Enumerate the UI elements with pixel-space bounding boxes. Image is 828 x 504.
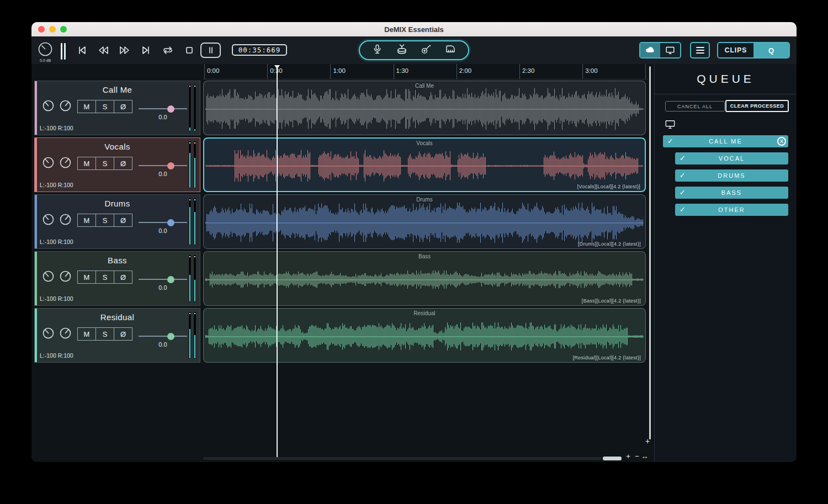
pan-right-knob[interactable] (59, 270, 72, 283)
microphone-icon[interactable] (371, 43, 384, 58)
track-header[interactable]: Call Me M S Ø 0.0 L:-100 R:100 (34, 81, 200, 135)
volume-slider[interactable] (139, 105, 187, 113)
ruler-tick: 3 (645, 64, 646, 79)
volume-slider[interactable] (139, 333, 187, 340)
clip-label: Drums (204, 197, 645, 203)
pan-left-knob[interactable] (42, 156, 55, 169)
playhead[interactable] (277, 65, 278, 457)
waveform-canvas (204, 252, 645, 305)
level-meters (188, 141, 197, 189)
rewind-button[interactable] (93, 43, 113, 58)
pan-left-knob[interactable] (42, 213, 55, 226)
track-header[interactable]: Vocals M S Ø 0.0 L:-100 R:100 (34, 137, 200, 192)
zoom-out-button[interactable]: − (633, 452, 641, 460)
remove-job-button[interactable]: X (777, 137, 786, 146)
volume-slider-thumb[interactable] (167, 219, 174, 226)
mute-button[interactable]: M (77, 157, 96, 170)
mute-button[interactable]: M (77, 327, 96, 341)
stop-button[interactable] (179, 43, 199, 58)
queue-job-item[interactable]: ✓ CALL ME X (663, 135, 788, 147)
pan-left-knob[interactable] (42, 99, 55, 112)
window-title: DeMIX Essentials (31, 25, 797, 34)
pause-button[interactable] (200, 43, 221, 58)
mute-button[interactable]: M (77, 270, 96, 284)
meter-left (188, 84, 192, 132)
solo-button[interactable]: S (95, 157, 114, 170)
vertical-zoom-button[interactable]: + (645, 437, 650, 445)
pan-right-knob[interactable] (59, 156, 72, 169)
pan-range-label: L:-100 R:100 (40, 125, 73, 131)
clips-tab[interactable]: CLIPS (718, 43, 753, 57)
phase-button[interactable]: Ø (114, 270, 132, 284)
clip-label: Call Me (204, 83, 645, 89)
vertical-scrollbar[interactable] (649, 66, 651, 439)
cancel-all-button[interactable]: CANCEL ALL (665, 101, 725, 112)
volume-slider-thumb[interactable] (167, 333, 174, 340)
pan-right-knob[interactable] (59, 99, 72, 112)
waveform-clip[interactable]: Vocals [Vocals][Local][4.2 (latest)] (203, 137, 646, 192)
volume-slider-thumb[interactable] (167, 162, 174, 169)
waveform-clip[interactable]: Drums [Drums][Local][4.2 (latest)] (203, 194, 646, 249)
volume-slider[interactable] (139, 276, 187, 283)
volume-slider-thumb[interactable] (167, 105, 174, 113)
guitar-icon[interactable] (420, 43, 432, 58)
volume-slider-thumb[interactable] (167, 276, 174, 283)
track-name: Drums (35, 199, 200, 208)
menu-button[interactable] (690, 42, 710, 59)
track-header[interactable]: Residual M S Ø 0.0 L:-100 R:100 (34, 308, 200, 363)
track-header[interactable]: Drums M S Ø 0.0 L:-100 R:100 (34, 194, 200, 249)
ruler-tick: 2:30 (519, 64, 520, 79)
skip-end-button[interactable] (136, 43, 156, 58)
queue-stem-item[interactable]: ✓ OTHER (675, 204, 788, 216)
drums-icon[interactable] (395, 43, 408, 58)
main-area: 0:000:301:001:302:002:303:003 Call Me M … (31, 64, 797, 462)
queue-stem-item[interactable]: ✓ VOCAL (675, 152, 788, 165)
pan-right-knob[interactable] (59, 213, 72, 226)
pan-right-knob[interactable] (59, 327, 72, 339)
pan-left-knob[interactable] (42, 327, 55, 339)
pan-left-knob[interactable] (42, 270, 55, 283)
queue-stem-label: OTHER (675, 204, 788, 216)
volume-slider[interactable] (139, 162, 187, 169)
phase-button[interactable]: Ø (114, 214, 132, 227)
track-header[interactable]: Bass M S Ø 0.0 L:-100 R:100 (34, 251, 200, 306)
cloud-button[interactable] (640, 43, 660, 57)
queue-tab[interactable]: Q (753, 43, 789, 57)
master-gain-knob[interactable] (38, 41, 53, 59)
phase-button[interactable]: Ø (114, 100, 132, 113)
phase-button[interactable]: Ø (114, 157, 132, 170)
minimize-button[interactable] (49, 26, 56, 33)
horizontal-scrollbar-track[interactable] (203, 457, 602, 460)
mute-button[interactable]: M (77, 100, 96, 113)
fast-forward-button[interactable] (114, 43, 135, 58)
solo-button[interactable]: S (95, 214, 114, 227)
clear-processed-button[interactable]: CLEAR PROCESSED (725, 100, 789, 112)
phase-button[interactable]: Ø (114, 327, 132, 341)
skip-start-button[interactable] (71, 43, 92, 58)
waveform-clip[interactable]: Bass [Bass][Local][4.2 (latest)] (203, 251, 646, 306)
meter-left (188, 198, 192, 246)
mute-button[interactable]: M (77, 214, 96, 227)
zoom-button[interactable] (60, 26, 67, 33)
queue-stem-item[interactable]: ✓ BASS (675, 187, 788, 199)
pan-range-label: L:-100 R:100 (40, 238, 73, 245)
loop-button[interactable] (157, 43, 178, 58)
horizontal-scrollbar-thumb[interactable] (603, 457, 622, 460)
close-button[interactable] (38, 26, 45, 33)
fit-width-button[interactable]: ↔ (641, 452, 649, 460)
waveform-clip[interactable]: Residual [Residual][Local][4.2 (latest)] (203, 308, 646, 363)
solo-button[interactable]: S (95, 100, 114, 113)
waveform-clip[interactable]: Call Me (203, 81, 646, 135)
local-monitor-button[interactable] (660, 43, 680, 57)
solo-button[interactable]: S (95, 270, 114, 284)
timeline-ruler[interactable]: 0:000:301:001:302:002:303:003 (203, 64, 648, 79)
track-name: Bass (35, 256, 200, 265)
master-gain-label: 0.0 dB (33, 59, 57, 62)
clip-label: Residual (204, 310, 645, 316)
solo-button[interactable]: S (95, 327, 114, 341)
zoom-in-button[interactable]: + (624, 452, 632, 460)
volume-slider[interactable] (139, 219, 187, 226)
track-row: Call Me M S Ø 0.0 L:-100 R:100 (31, 81, 648, 135)
piano-icon[interactable] (444, 43, 457, 58)
queue-stem-item[interactable]: ✓ DRUMS (675, 169, 788, 182)
